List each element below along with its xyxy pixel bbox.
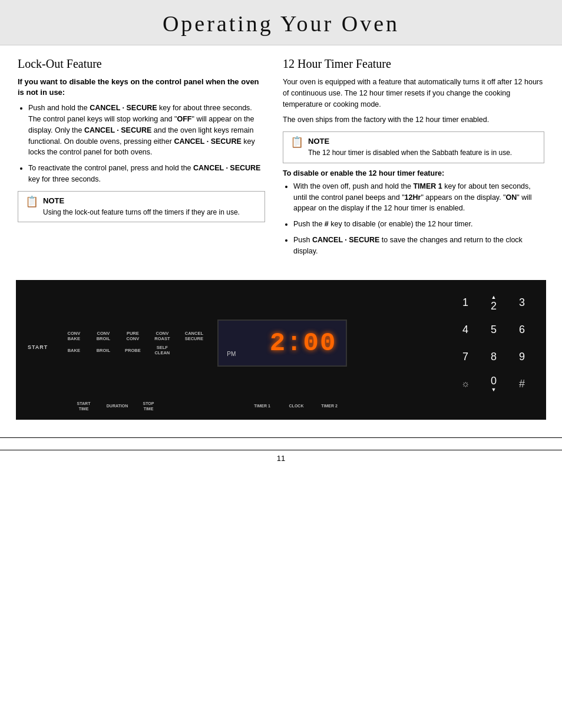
timer-heading: 12 Hour Timer Feature	[283, 57, 544, 71]
lockout-note-title: NOTE	[43, 196, 257, 205]
pure-conv-button[interactable]: PURE CONV	[121, 331, 144, 341]
note-icon-left: 📋	[25, 196, 38, 207]
numpad-area: 1 ▲ 2 3 4 5 6	[453, 291, 534, 396]
timer-para-1: Your oven is equipped with a feature tha…	[283, 77, 544, 110]
bake-button[interactable]: BAKE	[62, 348, 85, 353]
timer-sub-heading: To disable or enable the 12 hour timer f…	[283, 169, 544, 177]
num-btn-2[interactable]: ▲ 2	[481, 291, 506, 314]
num-btn-4[interactable]: 4	[453, 318, 478, 341]
lockout-intro: If you want to disable the keys on the c…	[18, 77, 265, 98]
timer-note-content: NOTE The 12 hour timer is disabled when …	[308, 137, 537, 158]
bottom-divider	[0, 437, 562, 438]
display-time: 2:00	[270, 328, 337, 358]
lockout-bullet-2: To reactivate the control panel, press a…	[28, 163, 265, 185]
probe-button[interactable]: PROBE	[121, 348, 144, 353]
clock-label[interactable]: CLOCK	[280, 404, 313, 409]
conv-roast-button[interactable]: CONV ROAST	[150, 331, 174, 341]
lockout-bullet-1: Push and hold the CANCEL · SECURE key fo…	[28, 103, 265, 158]
page-title-bar: Operating Your Oven	[0, 0, 562, 45]
conv-bake-button[interactable]: CONV BAKE	[62, 331, 85, 341]
note-icon-right: 📋	[290, 137, 303, 147]
oven-panel: START CONV BAKE CONV BROIL PURE C	[16, 280, 546, 420]
oven-display: PM 2:00	[217, 319, 347, 367]
timer2-label[interactable]: TIMER 2	[313, 404, 346, 409]
panel-left-area: START CONV BAKE CONV BROIL PURE C	[28, 319, 453, 367]
lockout-note-box: 📋 NOTE Using the lock-out feature turns …	[18, 191, 265, 223]
cancel-secure-button[interactable]: CANCEL SECURE	[182, 331, 206, 341]
panel-controls-display-row: START CONV BAKE CONV BROIL PURE C	[28, 291, 534, 396]
start-button[interactable]: START	[28, 342, 54, 351]
content-area: Lock-Out Feature If you want to disable …	[0, 45, 562, 268]
num-btn-1[interactable]: 1	[453, 291, 478, 314]
lockout-note-content: NOTE Using the lock-out feature turns of…	[43, 196, 257, 218]
timer-bullets: With the oven off, push and hold the TIM…	[293, 181, 544, 257]
num-btn-5[interactable]: 5	[481, 318, 506, 341]
lockout-note-text: Using the lock-out feature turns off the…	[43, 207, 257, 218]
num-btn-7[interactable]: 7	[453, 345, 478, 368]
broil-button[interactable]: BROIL	[91, 348, 115, 353]
timer1-label[interactable]: TIMER 1	[244, 404, 280, 409]
start-label: START	[28, 344, 48, 350]
num-btn-0[interactable]: 0 ▼	[481, 372, 506, 396]
col-left: Lock-Out Feature If you want to disable …	[18, 57, 265, 262]
start-time-label[interactable]: START TIME	[68, 401, 100, 411]
bottom-labels-row: START TIME DURATION STOP TIME TIMER 1 CL…	[28, 401, 534, 411]
conv-broil-button[interactable]: CONV BROIL	[91, 331, 115, 341]
num-btn-8[interactable]: 8	[481, 345, 506, 368]
timer-note-title: NOTE	[308, 137, 537, 146]
timer-bullet-3: Push CANCEL · SECURE to save the changes…	[293, 235, 544, 257]
self-clean-button[interactable]: SELF CLEAN	[150, 345, 174, 355]
num-btn-3[interactable]: 3	[510, 291, 534, 314]
col-right: 12 Hour Timer Feature Your oven is equip…	[283, 57, 544, 262]
timer-para-2: The oven ships from the factory with the…	[283, 114, 544, 126]
upper-buttons-row: CONV BAKE CONV BROIL PURE CONV CONV ROAS…	[62, 331, 206, 341]
timer-note-text: The 12 hour timer is disabled when the S…	[308, 148, 537, 158]
num-btn-hash[interactable]: #	[510, 372, 534, 396]
timer-bullet-1: With the oven off, push and hold the TIM…	[293, 181, 544, 214]
display-pm: PM	[227, 351, 236, 357]
page-number: 11	[0, 450, 562, 469]
page-title: Operating Your Oven	[0, 11, 562, 37]
duration-label[interactable]: DURATION	[100, 404, 135, 409]
stop-time-label[interactable]: STOP TIME	[135, 401, 162, 411]
timer-note-box: 📋 NOTE The 12 hour timer is disabled whe…	[283, 131, 544, 163]
num-btn-9[interactable]: 9	[510, 345, 534, 368]
timer-bullet-2: Push the # key to disable (or enable) th…	[293, 219, 544, 230]
num-btn-sun[interactable]: ☼	[453, 372, 478, 396]
button-group: CONV BAKE CONV BROIL PURE CONV CONV ROAS…	[62, 331, 206, 355]
lockout-bullets: Push and hold the CANCEL · SECURE key fo…	[28, 103, 265, 185]
lower-buttons-row: BAKE BROIL PROBE SELF CLEAN	[62, 345, 206, 355]
lockout-heading: Lock-Out Feature	[18, 57, 265, 71]
num-btn-6[interactable]: 6	[510, 318, 534, 341]
num-grid: 1 ▲ 2 3 4 5 6	[453, 291, 534, 396]
